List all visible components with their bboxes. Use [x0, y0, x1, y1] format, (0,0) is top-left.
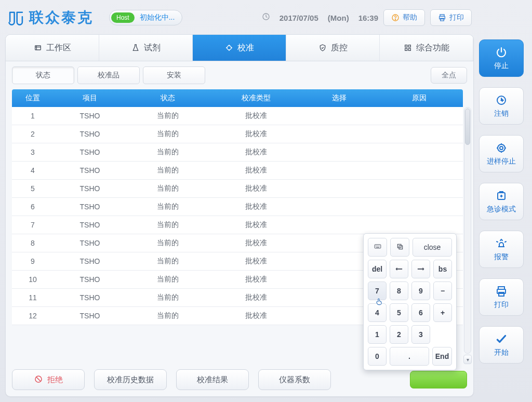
cell-pos: 3 [12, 143, 54, 161]
main-tabs: 工作区 试剂 校准 质控 综合功能 [6, 35, 473, 61]
subtab-install[interactable]: 安装 [143, 66, 205, 84]
tab-qc[interactable]: 质控 [286, 35, 380, 61]
cell-state: 当前的 [126, 107, 209, 125]
keypad-8[interactable]: 8 [390, 282, 408, 300]
table-row[interactable]: 5TSHO当前的批校准 [12, 180, 463, 198]
keypad-del[interactable]: del [368, 260, 387, 278]
scroll-track[interactable] [464, 107, 471, 354]
tab-calibration[interactable]: 校准 [193, 35, 286, 61]
cell-item: TSHO [54, 198, 126, 216]
table-row[interactable]: 7TSHO当前的批校准 [12, 216, 463, 234]
cell-ctype: 批校准 [209, 143, 303, 161]
cell-state: 当前的 [126, 234, 209, 252]
cell-reason [376, 198, 463, 216]
cell-sel [303, 125, 376, 143]
cell-pos: 8 [12, 234, 54, 252]
start-button[interactable]: 开始 [479, 326, 524, 364]
start-label: 开始 [494, 348, 509, 357]
cell-ctype: 批校准 [209, 107, 303, 125]
table-row[interactable]: 3TSHO当前的批校准 [12, 143, 463, 162]
side-print-button[interactable]: 打印 [479, 278, 524, 316]
logout-icon [495, 93, 508, 107]
host-status-text: 初始化中... [140, 13, 175, 22]
print-top-button[interactable]: 打印 [430, 9, 472, 26]
calib-history-button[interactable]: 校准历史数据 [94, 369, 167, 390]
sample-stop-icon [495, 141, 508, 155]
keypad-end[interactable]: End [432, 347, 452, 366]
keypad-3[interactable]: 3 [411, 325, 430, 344]
cell-pos: 11 [12, 289, 54, 306]
help-button[interactable]: 帮助 [383, 9, 425, 26]
subtab-status-label: 状态 [36, 71, 50, 80]
logout-button[interactable]: 注销 [479, 87, 524, 125]
svg-rect-10 [405, 48, 407, 50]
table-row[interactable]: 4TSHO当前的批校准 [12, 162, 463, 180]
keypad-dot[interactable]: . [390, 347, 429, 366]
cell-pos: 9 [12, 252, 54, 270]
keypad-left[interactable]: 🠔 [390, 260, 408, 278]
flask-icon [131, 43, 140, 52]
cell-ctype: 批校准 [209, 125, 303, 143]
svg-point-7 [227, 46, 231, 50]
stop-label: 停止 [494, 61, 509, 71]
cell-sel [303, 143, 376, 161]
table-row[interactable]: 1TSHO当前的批校准 [12, 107, 463, 125]
cell-item: TSHO [54, 125, 126, 143]
tab-reagent[interactable]: 试剂 [99, 35, 193, 61]
keypad-close-button[interactable]: close [413, 238, 452, 257]
keypad-2[interactable]: 2 [390, 325, 408, 344]
reject-button[interactable]: 拒绝 [12, 369, 85, 390]
table-scrollbar[interactable]: ▾ [463, 89, 471, 364]
svg-rect-6 [35, 46, 41, 50]
col-caltype: 校准类型 [209, 89, 303, 107]
side-button-column: 停止 注销 进样停止 急诊模式 报警 打印 开始 [479, 5, 527, 397]
scroll-thumb[interactable] [465, 109, 470, 145]
keypad-1[interactable]: 1 [368, 325, 387, 344]
alarm-button[interactable]: 报警 [479, 231, 524, 268]
cell-item: TSHO [54, 271, 126, 288]
cell-reason [376, 125, 463, 143]
check-icon [495, 332, 508, 346]
keypad-4[interactable]: 4 [368, 303, 387, 322]
keypad-window-button[interactable] [390, 238, 409, 257]
cell-sel [303, 216, 376, 234]
cell-sel [303, 198, 376, 216]
cell-reason [376, 143, 463, 161]
tab-functions[interactable]: 综合功能 [380, 35, 473, 61]
cell-ctype: 批校准 [209, 198, 303, 216]
col-state: 状态 [126, 89, 209, 107]
stop-button[interactable]: 停止 [479, 39, 524, 77]
dow-text: (Mon) [328, 14, 349, 22]
scroll-down-button[interactable]: ▾ [463, 355, 472, 364]
table-row[interactable]: 6TSHO当前的批校准 [12, 198, 463, 216]
host-badge: Host [111, 12, 135, 23]
svg-rect-8 [405, 45, 407, 47]
all-points-button[interactable]: 全点 [431, 67, 467, 84]
keypad-9[interactable]: 9 [411, 282, 430, 300]
cell-pos: 4 [12, 162, 54, 179]
keypad-6[interactable]: 6 [411, 303, 430, 322]
tab-workspace[interactable]: 工作区 [6, 35, 99, 61]
emergency-button[interactable]: 急诊模式 [479, 183, 524, 220]
subtab-status[interactable]: 状态 [12, 66, 74, 84]
keypad-keyboard-button[interactable] [368, 238, 387, 257]
keypad-0[interactable]: 0 [368, 347, 387, 366]
calib-result-button[interactable]: 校准结果 [176, 369, 249, 390]
cell-ctype: 批校准 [209, 180, 303, 197]
keypad-minus[interactable]: − [433, 282, 452, 300]
table-row[interactable]: 2TSHO当前的批校准 [12, 125, 463, 143]
cell-state: 当前的 [126, 180, 209, 197]
subtab-calibrator[interactable]: 校准品 [77, 66, 140, 84]
printer-icon [438, 14, 446, 22]
all-points-label: 全点 [442, 71, 456, 79]
svg-point-17 [498, 144, 505, 152]
keypad-7[interactable]: 7 [368, 282, 387, 300]
instrument-coef-button[interactable]: 仪器系数 [258, 369, 331, 390]
emergency-icon [495, 189, 508, 203]
sample-stop-button[interactable]: 进样停止 [479, 135, 524, 172]
svg-rect-15 [399, 246, 403, 249]
keypad-bs[interactable]: bs [433, 260, 452, 278]
keypad-right[interactable]: 🠖 [411, 260, 430, 278]
keypad-5[interactable]: 5 [390, 303, 408, 322]
keypad-plus[interactable]: + [433, 303, 452, 322]
